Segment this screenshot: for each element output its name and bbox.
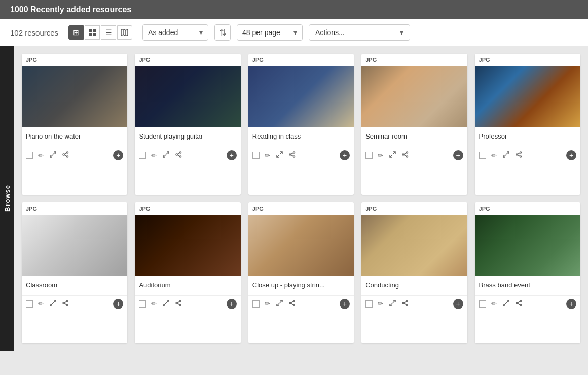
card-thumbnail[interactable]: [475, 66, 580, 127]
svg-line-34: [404, 155, 407, 156]
svg-point-23: [293, 152, 295, 153]
card-title: Piano on the water: [22, 127, 127, 147]
view-list-button[interactable]: ☰: [101, 25, 116, 40]
add-to-collection-button[interactable]: +: [566, 150, 576, 160]
edit-icon[interactable]: ✏: [377, 299, 384, 309]
sort-direction-button[interactable]: ⇅: [214, 24, 231, 41]
add-to-collection-button[interactable]: +: [340, 150, 350, 160]
card-thumbnail[interactable]: [248, 215, 354, 276]
card-title: Reading in class: [248, 127, 354, 147]
svg-line-12: [64, 153, 67, 154]
add-to-collection-button[interactable]: +: [340, 299, 350, 309]
card-title: Classroom: [22, 276, 127, 295]
svg-point-74: [516, 302, 518, 304]
share-icon[interactable]: [288, 299, 297, 309]
card-thumbnail[interactable]: [248, 66, 354, 127]
svg-point-53: [176, 302, 177, 304]
expand-icon[interactable]: [388, 150, 397, 160]
card-action-bar: ✏ +: [475, 147, 580, 163]
expand-icon[interactable]: [502, 150, 510, 160]
share-icon[interactable]: [174, 299, 183, 309]
svg-rect-1: [93, 29, 96, 32]
edit-icon[interactable]: ✏: [150, 299, 158, 309]
card-checkbox[interactable]: [252, 152, 260, 159]
browse-sidebar[interactable]: Browse: [0, 46, 14, 351]
sort-dropdown[interactable]: As added ▾: [142, 24, 208, 41]
card-thumbnail[interactable]: [22, 66, 127, 127]
svg-line-61: [291, 301, 293, 303]
expand-icon[interactable]: [275, 299, 284, 309]
view-map-button[interactable]: [117, 25, 132, 40]
card-title: Brass band event: [475, 276, 580, 295]
share-icon[interactable]: [401, 150, 410, 160]
card-thumbnail[interactable]: [135, 215, 240, 276]
edit-icon[interactable]: ✏: [490, 151, 498, 160]
edit-icon[interactable]: ✏: [37, 299, 45, 309]
expand-icon[interactable]: [49, 150, 57, 160]
add-to-collection-button[interactable]: +: [453, 150, 463, 160]
card-checkbox[interactable]: [479, 300, 486, 308]
svg-point-31: [407, 156, 408, 157]
card-checkbox[interactable]: [139, 300, 146, 308]
card-thumbnail[interactable]: [22, 215, 127, 276]
card-checkbox[interactable]: [365, 300, 373, 308]
add-to-collection-button[interactable]: +: [227, 299, 237, 309]
svg-point-60: [289, 302, 291, 304]
card-type-badge: JPG: [22, 54, 127, 66]
expand-icon[interactable]: [162, 150, 170, 160]
share-icon[interactable]: [288, 150, 297, 160]
view-grid-small-button[interactable]: [85, 25, 100, 40]
expand-icon[interactable]: [162, 299, 170, 309]
card-type-badge: JPG: [135, 54, 240, 66]
add-to-collection-button[interactable]: +: [453, 299, 463, 309]
expand-icon[interactable]: [275, 150, 284, 160]
edit-icon[interactable]: ✏: [150, 151, 158, 160]
actions-dropdown[interactable]: Actions... ▾: [309, 24, 410, 41]
card-thumbnail[interactable]: [361, 66, 467, 127]
card-checkbox[interactable]: [252, 300, 260, 308]
share-icon[interactable]: [174, 150, 183, 160]
card-type-badge: JPG: [475, 54, 580, 66]
share-icon[interactable]: [401, 299, 410, 309]
share-icon[interactable]: [61, 150, 70, 160]
add-to-collection-button[interactable]: +: [566, 299, 576, 309]
card-checkbox[interactable]: [139, 152, 146, 159]
per-page-dropdown[interactable]: 48 per page ▾: [237, 24, 303, 41]
card-type-badge: JPG: [248, 202, 354, 215]
view-grid-large-button[interactable]: ⊞: [68, 25, 84, 40]
page-title: 1000 Recently added resources: [10, 5, 131, 14]
edit-icon[interactable]: ✏: [264, 299, 271, 309]
card-checkbox[interactable]: [26, 300, 33, 308]
share-icon[interactable]: [61, 299, 70, 309]
share-icon[interactable]: [514, 299, 523, 309]
add-to-collection-button[interactable]: +: [113, 299, 123, 309]
card-thumbnail[interactable]: [475, 215, 580, 276]
edit-icon[interactable]: ✏: [264, 151, 271, 160]
svg-point-9: [67, 152, 68, 153]
card-checkbox[interactable]: [26, 152, 33, 159]
svg-line-41: [518, 155, 520, 156]
expand-icon[interactable]: [49, 299, 57, 309]
card-title: Auditorium: [135, 276, 240, 295]
expand-icon[interactable]: [388, 299, 397, 309]
edit-icon[interactable]: ✏: [377, 151, 384, 160]
edit-icon[interactable]: ✏: [490, 299, 498, 309]
svg-point-72: [520, 300, 521, 302]
edit-icon[interactable]: ✏: [37, 151, 45, 160]
svg-point-52: [180, 304, 181, 306]
card-thumbnail[interactable]: [361, 215, 467, 276]
svg-rect-0: [89, 29, 92, 32]
resource-card: JPG Reading in class ✏: [248, 54, 354, 195]
card-type-badge: JPG: [361, 54, 467, 66]
add-to-collection-button[interactable]: +: [113, 150, 123, 160]
expand-icon[interactable]: [502, 299, 510, 309]
card-thumbnail[interactable]: [135, 66, 240, 127]
share-icon[interactable]: [514, 150, 523, 160]
card-checkbox[interactable]: [365, 152, 373, 159]
svg-line-75: [518, 301, 520, 303]
card-checkbox[interactable]: [479, 152, 486, 159]
card-type-badge: JPG: [475, 202, 580, 215]
card-action-bar: ✏ +: [361, 295, 467, 312]
svg-line-69: [404, 303, 407, 305]
add-to-collection-button[interactable]: +: [227, 150, 237, 160]
